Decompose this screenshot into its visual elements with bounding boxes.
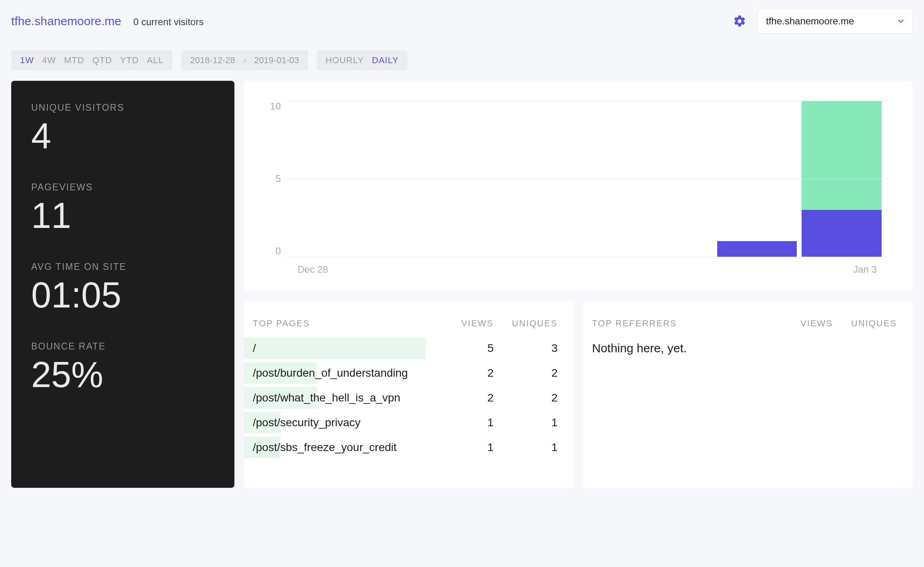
chevron-down-icon xyxy=(896,17,905,26)
chart-y-axis: 1050 xyxy=(268,101,286,257)
header-left: tfhe.shanemoore.me 0 current visitors xyxy=(11,14,204,28)
grid-line xyxy=(286,257,889,257)
range-option-mtd[interactable]: MTD xyxy=(64,55,84,66)
row-uniques: 3 xyxy=(494,342,558,355)
stat-bounce: BOUNCE RATE 25% xyxy=(31,341,214,393)
y-tick: 10 xyxy=(270,101,281,112)
table-head: TOP REFERRERS VIEWS UNIQUES xyxy=(583,318,897,329)
row-path: /post/what_the_hell_is_a_vpn xyxy=(253,391,430,404)
current-visitors: 0 current visitors xyxy=(133,16,204,28)
y-tick: 5 xyxy=(276,173,281,184)
settings-icon[interactable] xyxy=(733,14,746,28)
granularity-filter: HOURLYDAILY xyxy=(317,50,408,70)
top-referrers-empty: Nothing here, yet. xyxy=(583,336,897,355)
row-uniques: 1 xyxy=(494,441,558,454)
date-from: 2018-12-28 xyxy=(190,55,235,66)
col-title: TOP PAGES xyxy=(253,318,430,329)
header-right: tfhe.shanemoore.me xyxy=(733,9,913,34)
dashboard-grid: UNIQUE VISITORS 4 PAGEVIEWS 11 AVG TIME … xyxy=(11,81,913,488)
col-title: TOP REFERRERS xyxy=(592,318,769,329)
stat-value: 25% xyxy=(31,357,214,393)
granularity-option-daily[interactable]: DAILY xyxy=(372,55,399,66)
row-path: /post/sbs_freeze_your_credit xyxy=(253,441,430,454)
site-select[interactable]: tfhe.shanemoore.me xyxy=(757,9,913,34)
chart-x-axis: Dec 28 Jan 3 xyxy=(268,264,889,275)
row-views: 2 xyxy=(430,367,494,379)
bar-segment-pageviews xyxy=(802,101,882,210)
row-path: /post/burden_of_understanding xyxy=(253,367,430,379)
x-tick-last: Jan 3 xyxy=(853,264,877,275)
table-row[interactable]: /post/burden_of_understanding22 xyxy=(244,361,558,385)
row-uniques: 1 xyxy=(494,416,558,429)
range-option-all[interactable]: ALL xyxy=(147,55,164,66)
range-filter: 1W4WMTDQTDYTDALL xyxy=(11,50,172,70)
stat-label: PAGEVIEWS xyxy=(31,182,214,193)
table-head: TOP PAGES VIEWS UNIQUES xyxy=(244,318,558,329)
granularity-option-hourly[interactable]: HOURLY xyxy=(326,55,364,66)
top-pages-card: TOP PAGES VIEWS UNIQUES /53/post/burden_… xyxy=(244,301,574,488)
grid-line xyxy=(286,179,889,179)
row-uniques: 2 xyxy=(494,391,558,404)
stat-label: BOUNCE RATE xyxy=(31,341,214,352)
top-referrers-card: TOP REFERRERS VIEWS UNIQUES Nothing here… xyxy=(583,301,913,488)
stat-value: 01:05 xyxy=(31,277,214,313)
range-option-4w[interactable]: 4W xyxy=(42,55,56,66)
date-to: 2019-01-03 xyxy=(254,55,299,66)
col-uniques: UNIQUES xyxy=(494,318,558,329)
header: tfhe.shanemoore.me 0 current visitors tf… xyxy=(11,9,913,34)
bar-segment-uniques xyxy=(717,241,797,257)
stats-card: UNIQUE VISITORS 4 PAGEVIEWS 11 AVG TIME … xyxy=(11,81,234,488)
bar-segment-uniques xyxy=(802,210,882,257)
table-row[interactable]: /53 xyxy=(244,336,558,361)
stat-unique-visitors: UNIQUE VISITORS 4 xyxy=(31,102,214,154)
grid-line xyxy=(286,101,889,101)
table-row[interactable]: /post/sbs_freeze_your_credit11 xyxy=(244,435,558,460)
bottom-row: TOP PAGES VIEWS UNIQUES /53/post/burden_… xyxy=(244,301,913,488)
row-views: 1 xyxy=(430,441,494,454)
row-views: 2 xyxy=(430,391,494,404)
col-views: VIEWS xyxy=(430,318,494,329)
site-name-link[interactable]: tfhe.shanemoore.me xyxy=(11,14,121,28)
filter-bar: 1W4WMTDQTDYTDALL 2018-12-28 › 2019-01-03… xyxy=(11,50,913,70)
chart-card: 1050 Dec 28 Jan 3 xyxy=(244,81,913,291)
date-range-filter[interactable]: 2018-12-28 › 2019-01-03 xyxy=(181,50,308,70)
stat-pageviews: PAGEVIEWS 11 xyxy=(31,182,214,234)
table-row[interactable]: /post/security_privacy11 xyxy=(244,410,558,435)
chart-area: 1050 xyxy=(268,101,889,257)
stat-label: AVG TIME ON SITE xyxy=(31,262,214,272)
top-pages-body: /53/post/burden_of_understanding22/post/… xyxy=(244,336,558,460)
range-option-ytd[interactable]: YTD xyxy=(120,55,139,66)
x-tick-first: Dec 28 xyxy=(298,264,328,275)
range-option-qtd[interactable]: QTD xyxy=(92,55,112,66)
row-path: /post/security_privacy xyxy=(253,416,430,429)
row-views: 1 xyxy=(430,416,494,429)
y-tick: 0 xyxy=(276,246,281,257)
table-row[interactable]: /post/what_the_hell_is_a_vpn22 xyxy=(244,385,558,410)
row-uniques: 2 xyxy=(494,367,558,379)
chart-plot xyxy=(286,101,889,257)
stat-value: 4 xyxy=(31,118,214,154)
col-views: VIEWS xyxy=(769,318,833,329)
range-option-1w[interactable]: 1W xyxy=(20,55,34,66)
row-views: 5 xyxy=(430,342,494,355)
date-separator-icon: › xyxy=(243,55,246,66)
stat-label: UNIQUE VISITORS xyxy=(31,102,214,113)
stat-value: 11 xyxy=(31,198,214,234)
stat-avg-time: AVG TIME ON SITE 01:05 xyxy=(31,262,214,313)
site-select-value: tfhe.shanemoore.me xyxy=(766,16,854,26)
col-uniques: UNIQUES xyxy=(833,318,897,329)
row-path: / xyxy=(253,342,430,355)
